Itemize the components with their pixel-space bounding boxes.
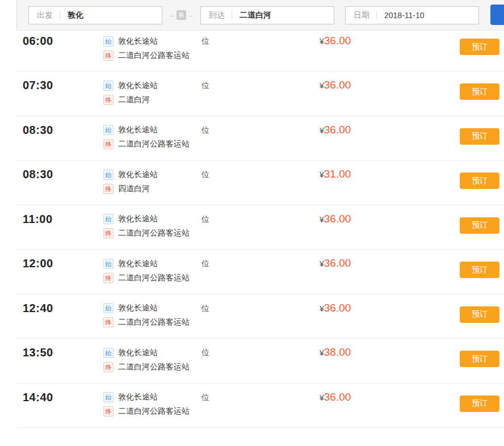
destination-line: 终 二道白河公路客运站 — [103, 271, 190, 285]
origin-badge-icon: 始 — [103, 392, 114, 402]
destination-line: 终 二道白河公路客运站 — [103, 137, 190, 152]
depart-field[interactable]: 出发 敦化 — [28, 6, 162, 24]
origin-line: 始 敦化长途站 — [103, 256, 190, 271]
departure-time: 07:30 — [23, 79, 53, 92]
stations: 始 敦化长途站 终 二道白河公路客运站 — [103, 390, 190, 419]
depart-value: 敦化 — [68, 10, 83, 20]
destination-badge-icon: 终 — [103, 317, 114, 327]
price: ¥36.00 — [320, 124, 351, 136]
seat-type: 位 — [201, 304, 209, 314]
origin-line: 始 敦化长途站 — [103, 34, 190, 48]
destination-station: 二道白河公路客运站 — [118, 317, 190, 327]
origin-station: 敦化长途站 — [118, 125, 158, 135]
stations: 始 敦化长途站 终 二道白河公路客运站 — [103, 34, 190, 62]
destination-station: 二道白河公路客运站 — [118, 273, 190, 283]
origin-badge-icon: 始 — [103, 348, 114, 358]
destination-badge-icon: 终 — [103, 362, 114, 372]
arrive-field[interactable]: 到达 二道白河 — [200, 6, 334, 24]
origin-badge-icon: 始 — [103, 125, 114, 135]
origin-line: 始 敦化长途站 — [103, 346, 190, 360]
seat-type: 位 — [201, 125, 209, 136]
destination-line: 终 二道白河公路客运站 — [103, 48, 190, 62]
search-button[interactable] — [490, 5, 504, 25]
currency-symbol: ¥ — [320, 393, 324, 402]
currency-symbol: ¥ — [320, 170, 324, 179]
departure-time: 08:30 — [23, 168, 53, 181]
origin-badge-icon: 始 — [103, 36, 114, 47]
field-divider — [232, 11, 232, 19]
schedule-row: 08:30 始 敦化长途站 终 四道白河 位 ¥31.00 预订 — [16, 161, 504, 205]
schedule-list: 06:00 始 敦化长途站 终 二道白河公路客运站 位 ¥36.00 预订 07… — [16, 31, 504, 428]
destination-line: 终 四道白河 — [103, 182, 158, 196]
arrive-label: 到达 — [209, 10, 225, 20]
book-button[interactable]: 预订 — [460, 39, 499, 55]
book-button[interactable]: 预订 — [460, 262, 499, 278]
date-value: 2018-11-10 — [384, 11, 425, 20]
price-amount: 36.00 — [324, 302, 351, 314]
origin-station: 敦化长途站 — [118, 259, 158, 269]
swap-stations-button[interactable]: ← 换 → — [169, 10, 194, 20]
price-amount: 31.00 — [324, 168, 351, 180]
currency-symbol: ¥ — [320, 215, 324, 224]
arrow-right-icon: → — [187, 11, 194, 19]
price: ¥36.00 — [320, 35, 351, 47]
origin-station: 敦化长途站 — [118, 170, 158, 180]
departure-time: 08:30 — [23, 124, 53, 137]
date-field[interactable]: 日期 2018-11-10 — [345, 6, 479, 24]
schedule-row: 11:00 始 敦化长途站 终 二道白河公路客运站 位 ¥36.00 预订 — [16, 205, 504, 250]
destination-badge-icon: 终 — [103, 273, 114, 283]
seat-type: 位 — [201, 214, 209, 225]
origin-line: 始 敦化长途站 — [103, 390, 190, 405]
book-button[interactable]: 预订 — [460, 351, 499, 367]
swap-icon: 换 — [177, 10, 186, 20]
book-button[interactable]: 预订 — [460, 83, 499, 100]
departure-time: 12:00 — [23, 257, 53, 270]
origin-station: 敦化长途站 — [118, 348, 158, 358]
arrow-left-icon: ← — [169, 11, 176, 19]
book-button[interactable]: 预订 — [460, 172, 499, 189]
departure-time: 11:00 — [23, 213, 53, 226]
destination-badge-icon: 终 — [103, 406, 114, 416]
book-button[interactable]: 预订 — [460, 128, 499, 145]
price-amount: 36.00 — [324, 124, 351, 136]
price-amount: 36.00 — [324, 391, 351, 403]
date-label: 日期 — [354, 10, 369, 20]
price-amount: 36.00 — [324, 79, 351, 91]
destination-station: 二道白河公路客运站 — [118, 228, 190, 238]
currency-symbol: ¥ — [320, 304, 324, 313]
destination-badge-icon: 终 — [103, 95, 114, 105]
destination-station: 四道白河 — [118, 184, 150, 194]
origin-badge-icon: 始 — [103, 214, 114, 224]
seat-type: 位 — [201, 36, 209, 47]
field-divider — [376, 11, 377, 19]
book-button[interactable]: 预订 — [460, 217, 499, 234]
book-button[interactable]: 预订 — [460, 306, 499, 323]
stations: 始 敦化长途站 终 二道白河公路客运站 — [103, 212, 190, 241]
destination-station: 二道白河公路客运站 — [118, 362, 190, 372]
currency-symbol: ¥ — [320, 37, 324, 46]
destination-badge-icon: 终 — [103, 228, 114, 238]
currency-symbol: ¥ — [320, 126, 324, 135]
book-button[interactable]: 预订 — [460, 395, 499, 412]
origin-station: 敦化长途站 — [118, 81, 158, 91]
origin-station: 敦化长途站 — [118, 392, 158, 402]
origin-badge-icon: 始 — [103, 81, 114, 91]
seat-type: 位 — [201, 259, 209, 269]
seat-type: 位 — [201, 393, 209, 403]
destination-station: 二道白河公路客运站 — [118, 406, 190, 416]
price-amount: 36.00 — [324, 35, 351, 47]
origin-station: 敦化长途站 — [118, 214, 158, 224]
departure-time: 14:40 — [23, 391, 53, 404]
schedule-row: 07:30 始 敦化长途站 终 二道白河 位 ¥36.00 预订 — [16, 71, 504, 116]
schedule-row: 12:00 始 敦化长途站 终 二道白河公路客运站 位 ¥36.00 预订 — [16, 250, 504, 294]
destination-station: 二道白河 — [118, 95, 150, 105]
destination-line: 终 二道白河 — [103, 92, 158, 107]
origin-line: 始 敦化长途站 — [103, 78, 158, 92]
schedule-row: 08:30 始 敦化长途站 终 二道白河公路客运站 位 ¥36.00 预订 — [16, 116, 504, 161]
destination-badge-icon: 终 — [103, 184, 114, 194]
arrive-value: 二道白河 — [240, 10, 271, 20]
schedule-row: 14:40 始 敦化长途站 终 二道白河公路客运站 位 ¥36.00 预订 — [16, 384, 504, 428]
origin-line: 始 敦化长途站 — [103, 301, 190, 315]
destination-station: 二道白河公路客运站 — [118, 51, 190, 61]
price: ¥36.00 — [320, 79, 351, 91]
